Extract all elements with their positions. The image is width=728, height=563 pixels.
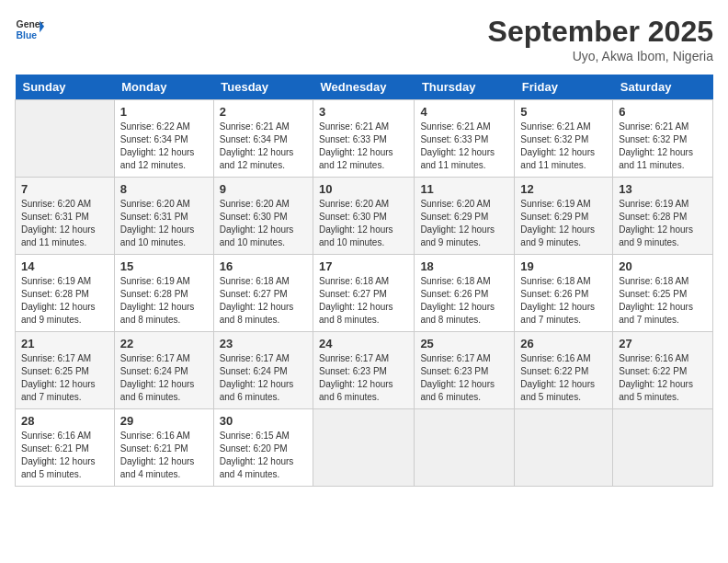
day-number: 30: [220, 414, 307, 428]
day-info: Sunrise: 6:16 AM Sunset: 6:22 PM Dayligh…: [520, 352, 607, 404]
calendar-cell: 21Sunrise: 6:17 AM Sunset: 6:25 PM Dayli…: [16, 332, 115, 409]
calendar-cell: 19Sunrise: 6:18 AM Sunset: 6:26 PM Dayli…: [515, 255, 613, 332]
day-number: 23: [220, 337, 307, 350]
day-info: Sunrise: 6:20 AM Sunset: 6:29 PM Dayligh…: [420, 198, 508, 249]
day-number: 16: [220, 259, 307, 273]
day-number: 7: [21, 182, 108, 196]
day-info: Sunrise: 6:16 AM Sunset: 6:21 PM Dayligh…: [120, 430, 208, 481]
day-number: 12: [520, 182, 607, 196]
day-info: Sunrise: 6:21 AM Sunset: 6:34 PM Dayligh…: [220, 121, 307, 172]
day-number: 2: [220, 105, 307, 119]
calendar-cell: 27Sunrise: 6:16 AM Sunset: 6:22 PM Dayli…: [613, 332, 713, 409]
day-info: Sunrise: 6:17 AM Sunset: 6:23 PM Dayligh…: [319, 352, 408, 404]
day-info: Sunrise: 6:18 AM Sunset: 6:27 PM Dayligh…: [220, 275, 307, 327]
day-number: 8: [120, 182, 208, 196]
day-info: Sunrise: 6:18 AM Sunset: 6:26 PM Dayligh…: [520, 275, 607, 327]
day-of-week-header: Wednesday: [313, 75, 415, 100]
day-info: Sunrise: 6:21 AM Sunset: 6:33 PM Dayligh…: [319, 121, 408, 172]
day-info: Sunrise: 6:17 AM Sunset: 6:24 PM Dayligh…: [220, 352, 307, 404]
day-info: Sunrise: 6:20 AM Sunset: 6:30 PM Dayligh…: [220, 198, 307, 249]
calendar-cell: 4Sunrise: 6:21 AM Sunset: 6:33 PM Daylig…: [415, 100, 515, 178]
month-title: September 2025: [488, 15, 713, 49]
day-number: 28: [21, 414, 108, 428]
day-number: 22: [120, 337, 208, 350]
day-info: Sunrise: 6:20 AM Sunset: 6:30 PM Dayligh…: [319, 198, 408, 249]
day-number: 19: [520, 259, 607, 273]
calendar-cell: [515, 409, 613, 487]
day-info: Sunrise: 6:21 AM Sunset: 6:32 PM Dayligh…: [619, 121, 707, 172]
day-info: Sunrise: 6:15 AM Sunset: 6:20 PM Dayligh…: [220, 430, 307, 481]
day-info: Sunrise: 6:19 AM Sunset: 6:28 PM Dayligh…: [619, 198, 707, 249]
calendar-cell: 3Sunrise: 6:21 AM Sunset: 6:33 PM Daylig…: [313, 100, 415, 178]
day-number: 15: [120, 259, 208, 273]
calendar-cell: 24Sunrise: 6:17 AM Sunset: 6:23 PM Dayli…: [313, 332, 415, 409]
day-number: 20: [619, 259, 707, 273]
calendar-cell: 25Sunrise: 6:17 AM Sunset: 6:23 PM Dayli…: [415, 332, 515, 409]
day-info: Sunrise: 6:16 AM Sunset: 6:22 PM Dayligh…: [619, 352, 707, 404]
day-info: Sunrise: 6:18 AM Sunset: 6:25 PM Dayligh…: [619, 275, 707, 327]
day-info: Sunrise: 6:19 AM Sunset: 6:28 PM Dayligh…: [21, 275, 108, 327]
day-number: 5: [520, 105, 607, 119]
day-number: 9: [220, 182, 307, 196]
calendar-cell: 29Sunrise: 6:16 AM Sunset: 6:21 PM Dayli…: [114, 409, 213, 487]
day-info: Sunrise: 6:17 AM Sunset: 6:24 PM Dayligh…: [120, 352, 208, 404]
svg-text:Blue: Blue: [17, 30, 38, 40]
day-info: Sunrise: 6:19 AM Sunset: 6:29 PM Dayligh…: [520, 198, 607, 249]
calendar-cell: 6Sunrise: 6:21 AM Sunset: 6:32 PM Daylig…: [613, 100, 713, 178]
day-info: Sunrise: 6:18 AM Sunset: 6:27 PM Dayligh…: [319, 275, 408, 327]
logo: General Blue: [15, 15, 44, 44]
calendar-cell: 12Sunrise: 6:19 AM Sunset: 6:29 PM Dayli…: [515, 178, 613, 255]
day-number: 25: [420, 337, 508, 350]
day-number: 24: [319, 337, 408, 350]
day-number: 27: [619, 337, 707, 350]
subtitle: Uyo, Akwa Ibom, Nigeria: [488, 49, 713, 63]
calendar-cell: 11Sunrise: 6:20 AM Sunset: 6:29 PM Dayli…: [415, 178, 515, 255]
day-of-week-header: Friday: [515, 75, 613, 100]
calendar-cell: 14Sunrise: 6:19 AM Sunset: 6:28 PM Dayli…: [16, 255, 115, 332]
calendar-table: SundayMondayTuesdayWednesdayThursdayFrid…: [15, 75, 713, 487]
calendar-cell: 9Sunrise: 6:20 AM Sunset: 6:30 PM Daylig…: [213, 178, 313, 255]
day-number: 18: [420, 259, 508, 273]
day-info: Sunrise: 6:17 AM Sunset: 6:25 PM Dayligh…: [21, 352, 108, 404]
calendar-cell: 5Sunrise: 6:21 AM Sunset: 6:32 PM Daylig…: [515, 100, 613, 178]
calendar-week-row: 14Sunrise: 6:19 AM Sunset: 6:28 PM Dayli…: [16, 255, 713, 332]
day-number: 14: [21, 259, 108, 273]
calendar-week-row: 1Sunrise: 6:22 AM Sunset: 6:34 PM Daylig…: [16, 100, 713, 178]
day-number: 1: [120, 105, 208, 119]
calendar-cell: [415, 409, 515, 487]
calendar-cell: 30Sunrise: 6:15 AM Sunset: 6:20 PM Dayli…: [213, 409, 313, 487]
calendar-week-row: 21Sunrise: 6:17 AM Sunset: 6:25 PM Dayli…: [16, 332, 713, 409]
calendar-cell: 26Sunrise: 6:16 AM Sunset: 6:22 PM Dayli…: [515, 332, 613, 409]
day-number: 29: [120, 414, 208, 428]
day-info: Sunrise: 6:21 AM Sunset: 6:32 PM Dayligh…: [520, 121, 607, 172]
calendar-cell: 1Sunrise: 6:22 AM Sunset: 6:34 PM Daylig…: [114, 100, 213, 178]
page-header: General Blue September 2025 Uyo, Akwa Ib…: [15, 15, 713, 63]
calendar-cell: 10Sunrise: 6:20 AM Sunset: 6:30 PM Dayli…: [313, 178, 415, 255]
calendar-cell: [613, 409, 713, 487]
calendar-cell: 2Sunrise: 6:21 AM Sunset: 6:34 PM Daylig…: [213, 100, 313, 178]
day-info: Sunrise: 6:19 AM Sunset: 6:28 PM Dayligh…: [120, 275, 208, 327]
calendar-cell: 8Sunrise: 6:20 AM Sunset: 6:31 PM Daylig…: [114, 178, 213, 255]
calendar-cell: 20Sunrise: 6:18 AM Sunset: 6:25 PM Dayli…: [613, 255, 713, 332]
day-of-week-header: Tuesday: [213, 75, 313, 100]
day-info: Sunrise: 6:18 AM Sunset: 6:26 PM Dayligh…: [420, 275, 508, 327]
calendar-week-row: 7Sunrise: 6:20 AM Sunset: 6:31 PM Daylig…: [16, 178, 713, 255]
day-number: 6: [619, 105, 707, 119]
logo-icon: General Blue: [15, 15, 44, 44]
calendar-cell: 18Sunrise: 6:18 AM Sunset: 6:26 PM Dayli…: [415, 255, 515, 332]
day-number: 4: [420, 105, 508, 119]
day-of-week-header: Sunday: [16, 75, 115, 100]
day-number: 17: [319, 259, 408, 273]
day-info: Sunrise: 6:16 AM Sunset: 6:21 PM Dayligh…: [21, 430, 108, 481]
day-info: Sunrise: 6:22 AM Sunset: 6:34 PM Dayligh…: [120, 121, 208, 172]
calendar-cell: 22Sunrise: 6:17 AM Sunset: 6:24 PM Dayli…: [114, 332, 213, 409]
day-number: 11: [420, 182, 508, 196]
day-number: 26: [520, 337, 607, 350]
day-info: Sunrise: 6:20 AM Sunset: 6:31 PM Dayligh…: [21, 198, 108, 249]
calendar-cell: [16, 100, 115, 178]
calendar-cell: [313, 409, 415, 487]
calendar-header-row: SundayMondayTuesdayWednesdayThursdayFrid…: [16, 75, 713, 100]
calendar-cell: 7Sunrise: 6:20 AM Sunset: 6:31 PM Daylig…: [16, 178, 115, 255]
title-area: September 2025 Uyo, Akwa Ibom, Nigeria: [488, 15, 713, 63]
calendar-cell: 28Sunrise: 6:16 AM Sunset: 6:21 PM Dayli…: [16, 409, 115, 487]
